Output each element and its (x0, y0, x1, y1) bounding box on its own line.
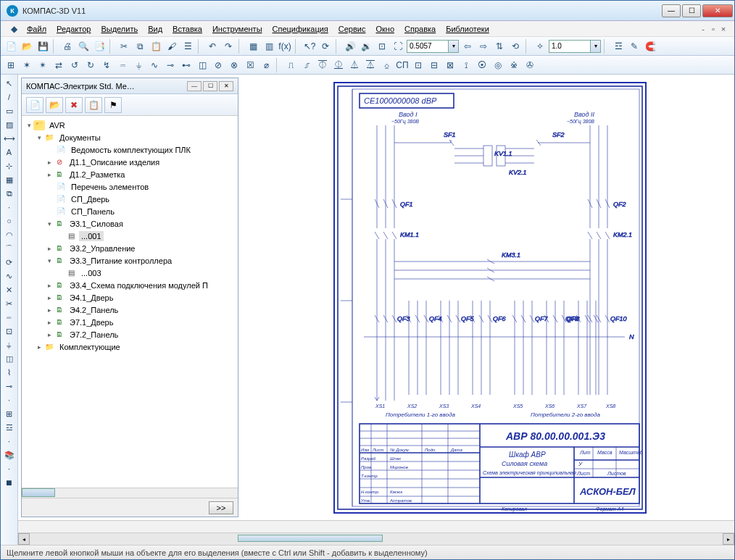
tree-item[interactable]: Э3.4_Схема подключения модулей П (67, 280, 210, 291)
e-tool-10[interactable]: ∿ (147, 58, 162, 72)
style-icon[interactable]: ✎ (627, 39, 641, 54)
plot-icon[interactable]: 📑 (92, 39, 107, 54)
menu-file[interactable]: Файл (22, 23, 51, 35)
lt-lib[interactable]: 📚 (2, 448, 17, 461)
redo-icon[interactable]: ↷ (221, 39, 236, 54)
lt-wire[interactable]: ⎓ (2, 311, 17, 324)
panel-opt-icon[interactable]: ⚑ (104, 97, 122, 113)
tree-comp[interactable]: Комплектующие (57, 342, 122, 352)
e-tool-5[interactable]: ↺ (67, 58, 82, 72)
tree-item[interactable]: ...003 (79, 268, 104, 278)
tree-item-selected[interactable]: ...001 (79, 231, 104, 241)
scale-dropdown-icon[interactable]: ▾ (591, 40, 601, 53)
panel-close-icon[interactable]: ✕ (219, 81, 233, 91)
scale-input[interactable]: ▾ (549, 40, 601, 53)
menu-spec[interactable]: Спецификация (268, 23, 333, 35)
tree-docs[interactable]: Документы (57, 133, 103, 143)
close-button[interactable]: ✕ (702, 4, 733, 17)
lt-group[interactable]: ⊞ (2, 407, 17, 420)
e-tool-3[interactable]: ✴ (36, 58, 50, 72)
lt-arrow[interactable]: ↖ (2, 77, 17, 90)
lt-erase[interactable]: ✕ (2, 283, 17, 296)
tree-item[interactable]: Д1.2_Разметка (67, 170, 127, 180)
zoom-field[interactable] (407, 40, 449, 53)
zoom-in-icon[interactable]: 🔊 (343, 39, 357, 54)
e-tool-21[interactable]: ⏂ (331, 58, 346, 72)
e-tool-8[interactable]: ⎓ (115, 58, 130, 72)
lt-arc[interactable]: ◠ (2, 228, 17, 241)
bom-icon[interactable]: ▥ (262, 39, 276, 54)
lt-table[interactable]: ▦ (2, 173, 17, 186)
panel-go-button[interactable]: >> (209, 501, 233, 514)
e-tool-7[interactable]: ↯ (99, 58, 114, 72)
menu-insert[interactable]: Вставка (168, 23, 207, 35)
zoom-input[interactable]: ▾ (407, 40, 459, 53)
e-tool-19[interactable]: ⎎ (299, 58, 314, 72)
tree-item[interactable]: Ведомость комплектующих ПЛК (69, 145, 193, 155)
cut-icon[interactable]: ✂ (117, 39, 131, 54)
zoom-out-icon[interactable]: 🔉 (359, 39, 373, 54)
panel-hscroll[interactable] (22, 488, 238, 498)
pan-right-icon[interactable]: ⇨ (476, 39, 491, 54)
print-icon[interactable]: 🖨 (60, 39, 75, 54)
scroll-left-icon[interactable]: ◂ (18, 533, 30, 545)
pan-updown-icon[interactable]: ⇅ (492, 39, 507, 54)
e-tool-18[interactable]: ⎍ (283, 58, 298, 72)
e-tool-29[interactable]: ⟟ (459, 58, 473, 72)
lt-stop[interactable]: ⏹ (2, 476, 17, 489)
layer-icon[interactable]: ☲ (611, 39, 626, 54)
magnet-icon[interactable]: 🧲 (643, 39, 657, 54)
minimize-button[interactable]: — (662, 4, 681, 17)
tree-item[interactable]: Э7.1_Дверь (67, 317, 115, 327)
lt-line[interactable]: / (2, 91, 17, 104)
e-tool-24[interactable]: ⎐ (379, 58, 394, 72)
panel-del-icon[interactable]: ✖ (65, 97, 83, 113)
e-tool-6[interactable]: ↻ (83, 58, 98, 72)
panel-open-icon[interactable]: 📂 (46, 97, 63, 113)
lt-layer[interactable]: ☲ (2, 421, 17, 434)
tree-item[interactable]: Э7.2_Панель (67, 330, 120, 340)
project-tree[interactable]: ▾📁AVR ▾📁Документы 📄Ведомость комплектующ… (22, 116, 238, 488)
panel-max-icon[interactable]: ☐ (203, 81, 217, 91)
snap-icon[interactable]: ✧ (533, 39, 547, 54)
scale-field[interactable] (549, 40, 591, 53)
app-menu-icon[interactable]: ◆ (7, 22, 21, 36)
e-tool-23[interactable]: ⏄ (363, 58, 378, 72)
lt-ground[interactable]: ⏚ (2, 338, 17, 351)
lt-rect[interactable]: ▭ (2, 104, 17, 117)
menu-editor[interactable]: Редактор (52, 23, 95, 35)
maximize-button[interactable]: ☐ (682, 4, 701, 17)
e-tool-2[interactable]: ✶ (20, 58, 34, 72)
lt-circle[interactable]: ○ (2, 214, 17, 227)
lt-axis[interactable]: ⊹ (2, 159, 17, 172)
canvas-hscroll[interactable]: ◂ ▸ (18, 533, 734, 545)
lt-reload[interactable]: ⟳ (2, 256, 17, 269)
zoom-window-icon[interactable]: ⊡ (375, 39, 389, 54)
menu-service[interactable]: Сервис (334, 23, 370, 35)
fx-icon[interactable]: f(x) (278, 39, 292, 54)
lt-coil[interactable]: ⌇ (2, 366, 17, 379)
e-tool-17[interactable]: ⌀ (259, 58, 273, 72)
menu-view[interactable]: Вид (144, 23, 167, 35)
lt-comp[interactable]: ⊡ (2, 325, 17, 338)
save-icon[interactable]: 💾 (36, 39, 50, 54)
menu-help[interactable]: Справка (400, 23, 440, 35)
tree-item[interactable]: СП_Дверь (69, 194, 112, 204)
e-tool-33[interactable]: ✇ (523, 58, 537, 72)
brush-icon[interactable]: 🖌 (165, 39, 179, 54)
e-tool-16[interactable]: ☒ (243, 58, 257, 72)
open-icon[interactable]: 📂 (20, 39, 34, 54)
props-icon[interactable]: ☰ (180, 39, 195, 54)
pan-left-icon[interactable]: ⇦ (460, 39, 475, 54)
e-tool-25[interactable]: СП (395, 58, 410, 72)
help-cursor-icon[interactable]: ↖? (302, 39, 317, 54)
tree-item[interactable]: СП_Панель (69, 206, 117, 217)
e-tool-20[interactable]: ⏁ (315, 58, 330, 72)
lt-dim[interactable]: ⟷ (2, 132, 17, 145)
e-tool-31[interactable]: ◎ (491, 58, 505, 72)
preview-icon[interactable]: 🔍 (76, 39, 91, 54)
zoom-fit-icon[interactable]: ⛶ (391, 39, 405, 54)
e-tool-12[interactable]: ⊷ (179, 58, 194, 72)
copy-icon[interactable]: ⧉ (133, 39, 147, 54)
e-tool-28[interactable]: ⊠ (443, 58, 457, 72)
